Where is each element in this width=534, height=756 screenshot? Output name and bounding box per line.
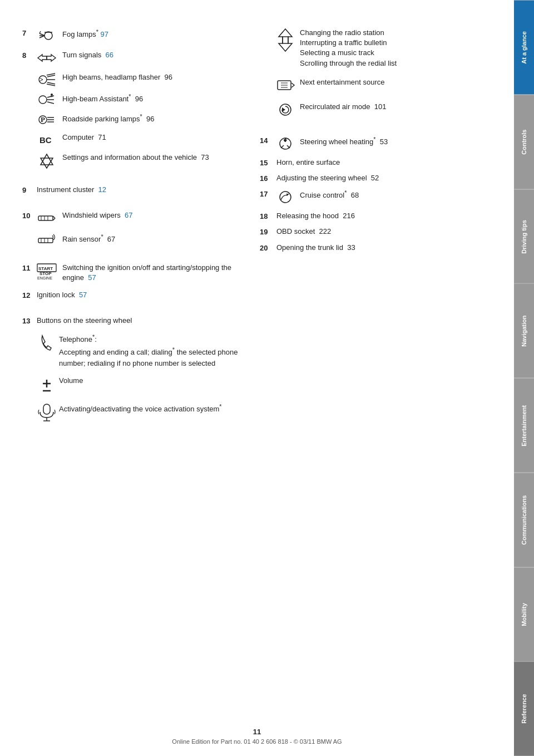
- volume-text: Volume: [59, 375, 249, 386]
- right-18-ref[interactable]: 216: [343, 212, 355, 220]
- item-8: 8 Turn signals 66: [22, 50, 249, 66]
- svg-line-59: [287, 145, 290, 148]
- recirculate-icon: [274, 102, 296, 117]
- svg-rect-28: [38, 216, 53, 220]
- right-ent-source: Next entertainment source: [260, 77, 486, 93]
- left-column: 7 Fog lamps* 97: [22, 28, 249, 430]
- tab-at-a-glance[interactable]: At a glance: [514, 0, 534, 95]
- sub-rain-sensor: Rain sensor* 67: [34, 233, 249, 248]
- tab-controls[interactable]: Controls: [514, 95, 534, 189]
- sub-settings-ref[interactable]: 73: [201, 153, 209, 161]
- sub-rain-sensor-ref[interactable]: 67: [107, 235, 115, 244]
- sub-settings: Settings and information about the vehic…: [34, 153, 249, 170]
- sub-high-beam-assist: High-beam Assistant* 96: [34, 92, 249, 107]
- item-13-label: 13 Buttons on the steering wheel: [22, 316, 249, 326]
- item-8-ref[interactable]: 66: [106, 51, 113, 59]
- svg-marker-49: [279, 37, 292, 51]
- svg-point-19: [51, 94, 53, 96]
- right-recirc-ref[interactable]: 101: [374, 102, 387, 111]
- svg-line-12: [47, 84, 55, 86]
- high-beam-icon: [34, 72, 59, 87]
- item-9-number: 9: [22, 186, 34, 194]
- item-13-title: Buttons on the steering wheel: [37, 316, 249, 326]
- voice-text: Activating/deactivating the voice activa…: [59, 402, 249, 415]
- right-recirc: Recirculated air mode 101: [260, 102, 486, 117]
- svg-marker-55: [282, 107, 285, 112]
- telephone-icon: [34, 332, 59, 354]
- item-7-text: Fog lamps* 97: [62, 28, 249, 40]
- parking-lamp-icon: P: [34, 112, 59, 127]
- item-11-number: 11: [22, 264, 34, 272]
- right-14-ref[interactable]: 53: [380, 138, 388, 146]
- item-13-telephone: Telephone*: Accepting and ending a call;…: [34, 332, 249, 369]
- item-7-ref[interactable]: 97: [101, 30, 108, 38]
- svg-marker-6: [47, 55, 56, 61]
- telephone-text: Telephone*: Accepting and ending a call;…: [59, 332, 249, 369]
- right-column: Changing the radio station Interrupting …: [260, 28, 486, 430]
- fog-lamp-icon: [34, 28, 59, 43]
- right-18-num: 18: [260, 212, 274, 220]
- svg-marker-5: [38, 55, 47, 61]
- sub-high-beam-text: High beams, headlamp flasher 96: [62, 72, 249, 82]
- right-17-ref[interactable]: 68: [351, 191, 359, 199]
- sub-high-beam-assist-ref[interactable]: 96: [135, 95, 143, 103]
- tab-reference[interactable]: Reference: [514, 661, 534, 756]
- right-16-num: 16: [260, 174, 274, 183]
- svg-line-14: [39, 80, 43, 81]
- bc-icon: BC: [34, 132, 59, 147]
- right-16-text: Adjusting the steering wheel 52: [276, 173, 486, 183]
- page-footer: 11 Online Edition for Part no. 01 40 2 6…: [0, 728, 514, 745]
- svg-text:BC: BC: [39, 135, 52, 145]
- right-17-text: Cruise control* 68: [300, 189, 486, 201]
- right-17-num: 17: [260, 190, 274, 198]
- content-columns: 7 Fog lamps* 97: [22, 28, 486, 430]
- volume-row: Volume: [34, 375, 249, 395]
- item-11-ref[interactable]: 57: [88, 273, 96, 282]
- right-19-num: 19: [260, 228, 274, 236]
- svg-line-10: [47, 82, 55, 84]
- right-20-ref[interactable]: 33: [347, 243, 355, 252]
- svg-marker-27: [41, 158, 53, 168]
- right-item-14: 14 Steering wheel heatin: [260, 135, 486, 152]
- item-12-ref[interactable]: 57: [79, 291, 87, 299]
- sub-computer-text: Computer 71: [62, 132, 249, 143]
- right-item-20: 20 Opening the trunk lid 33: [260, 243, 486, 253]
- item-8-number: 8: [22, 51, 34, 60]
- right-item-19: 19 OBD socket 222: [260, 227, 486, 237]
- right-recirc-text: Recirculated air mode 101: [300, 102, 486, 112]
- sub-high-beam-assist-text: High-beam Assistant* 96: [62, 92, 249, 105]
- sub-parking-lamp-ref[interactable]: 96: [146, 115, 154, 123]
- right-14-num: 14: [260, 136, 274, 145]
- right-20-num: 20: [260, 244, 274, 252]
- item-9-text: Instrument cluster 12: [37, 185, 249, 195]
- right-19-ref[interactable]: 222: [319, 227, 332, 235]
- svg-line-11: [47, 73, 55, 75]
- sub-computer-ref[interactable]: 71: [98, 133, 106, 141]
- item-9: 9 Instrument cluster 12: [22, 185, 249, 195]
- right-item-15: 15 Horn, entire surface: [260, 158, 486, 168]
- svg-marker-48: [279, 29, 292, 43]
- radio-up-icon: [274, 28, 296, 52]
- tab-driving-tips[interactable]: Driving tips: [514, 189, 534, 284]
- item-13-number: 13: [22, 317, 34, 325]
- sub-high-beam: High beams, headlamp flasher 96: [34, 72, 249, 87]
- tab-mobility[interactable]: Mobility: [514, 567, 534, 662]
- item-9-ref[interactable]: 12: [98, 185, 106, 194]
- svg-text:P: P: [41, 115, 45, 124]
- item-7-number: 7: [22, 29, 34, 37]
- steering-heat-icon: [274, 135, 296, 152]
- item-10-wiper-ref[interactable]: 67: [125, 211, 132, 219]
- tab-communications[interactable]: Communications: [514, 473, 534, 567]
- right-14-text: Steering wheel heating* 53: [300, 135, 486, 148]
- right-16-ref[interactable]: 52: [371, 174, 379, 182]
- item-13-voice: Activating/deactivating the voice activa…: [34, 402, 249, 423]
- right-radio: Changing the radio station Interrupting …: [260, 28, 486, 68]
- rain-sensor-icon: [34, 233, 59, 248]
- right-19-text: OBD socket 222: [276, 227, 486, 237]
- high-beam-assist-icon: [34, 92, 59, 107]
- tab-navigation[interactable]: Navigation: [514, 283, 534, 378]
- sub-high-beam-ref[interactable]: 96: [165, 73, 172, 81]
- item-11-text: Switching the ignition on/off and starti…: [62, 263, 249, 283]
- sub-settings-text: Settings and information about the vehic…: [62, 153, 249, 163]
- tab-entertainment[interactable]: Entertainment: [514, 378, 534, 473]
